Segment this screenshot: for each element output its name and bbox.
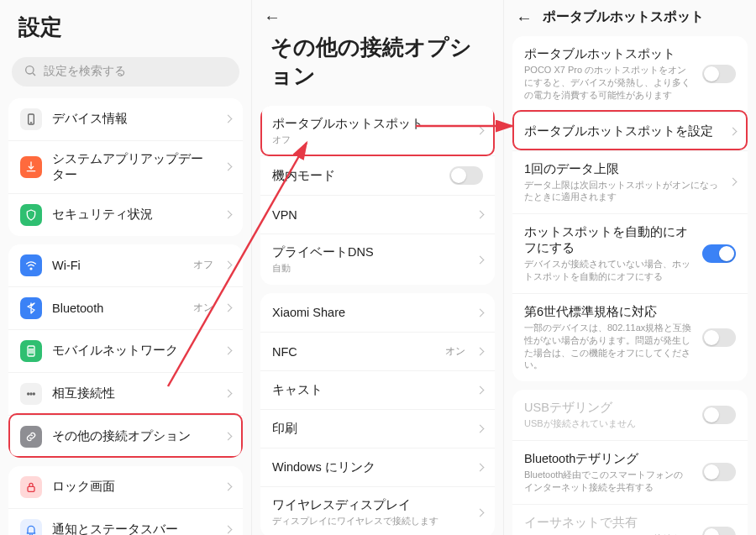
chevron-right-icon [476, 464, 485, 472]
row-label: システムアプリアップデーター [52, 151, 215, 183]
bluetooth-row[interactable]: Bluetoothオン [8, 286, 243, 329]
row-label: 1回のデータ上限 [524, 161, 720, 177]
row-subtitle: POCO X7 Pro のホットスポットをオンにすると、デバイスが発熱し、より多… [524, 64, 692, 102]
chevron-right-icon [224, 163, 233, 171]
row-label: 第6世代標準規格に対応 [524, 304, 692, 320]
chevron-right-icon [224, 304, 233, 312]
hotspot-row[interactable]: ポータブルホットスポットオフ [260, 106, 495, 156]
sim-icon [20, 340, 42, 362]
chevron-right-icon [224, 347, 233, 355]
search-input[interactable]: 設定を検索する [12, 57, 239, 87]
search-icon [24, 64, 37, 80]
mobile-net-row[interactable]: モバイルネットワーク [8, 329, 243, 372]
row-label: VPN [272, 208, 467, 222]
row-label: ロック画面 [52, 479, 215, 495]
row-label: 相互接続性 [52, 386, 215, 401]
app-updater-row[interactable]: システムアプリアップデーター [8, 140, 243, 193]
wifi-row[interactable]: Wi-Fiオフ [8, 244, 243, 286]
chevron-right-icon [224, 526, 233, 534]
row-label: セキュリティ状況 [52, 207, 215, 223]
chevron-right-icon [476, 308, 485, 317]
hotspot-toggle-row[interactable]: ポータブルホットスポットPOCO X7 Pro のホットスポットをオンにすると、… [512, 36, 748, 112]
hotspot-toggle-toggle[interactable] [702, 65, 736, 83]
row-subtitle: ディスプレイにワイヤレスで接続します [272, 515, 467, 527]
security-row[interactable]: セキュリティ状況 [8, 193, 243, 236]
auto-off-toggle[interactable] [702, 244, 736, 263]
chevron-right-icon [476, 127, 485, 135]
phone-icon [20, 108, 42, 130]
private-dns-row[interactable]: プライベートDNS自動 [260, 233, 495, 285]
chevron-right-icon [476, 348, 485, 356]
bt-tether-row[interactable]: BluetoothテザリングBluetooth経由でこのスマートフォンのインター… [512, 440, 748, 504]
back-button[interactable]: ← [516, 9, 533, 26]
pane-settings: 設定 設定を検索する デバイス情報システムアプリアップデーターセキュリティ状況 … [0, 0, 252, 535]
row-label: Windows にリンク [272, 459, 467, 475]
vpn-row[interactable]: VPN [260, 195, 495, 233]
nfc-row[interactable]: NFCオン [260, 332, 495, 370]
chevron-right-icon [476, 508, 485, 517]
page-title: その他の接続オプション [252, 30, 503, 101]
row-label: 通知とステータスバー [52, 522, 215, 535]
svg-point-9 [28, 393, 29, 395]
row-label: キャスト [272, 382, 467, 398]
chevron-right-icon [224, 211, 233, 219]
usb-tether-toggle [702, 406, 736, 424]
wifi-icon [20, 254, 42, 276]
cast-row[interactable]: キャスト [260, 370, 495, 409]
pane-more-connections: ← その他の接続オプション ポータブルホットスポットオフ機内モードVPNプライベ… [252, 0, 504, 535]
more-connect-row[interactable]: その他の接続オプション [8, 415, 243, 458]
svg-point-10 [30, 393, 32, 395]
chevron-right-icon [729, 178, 738, 186]
row-label: デバイス情報 [52, 111, 215, 127]
auto-off-row[interactable]: ホットスポットを自動的にオフにするデバイスが接続されていない場合、ホットスポット… [512, 213, 748, 293]
row-subtitle: Bluetooth経由でこのスマートフォンのインターネット接続を共有する [524, 469, 692, 494]
airplane-row[interactable]: 機内モード [260, 155, 495, 195]
row-value: オン [193, 301, 213, 315]
page-title: 設定 [0, 0, 251, 52]
interconnect-row[interactable]: 相互接続性 [8, 372, 243, 415]
row-label: 印刷 [272, 421, 467, 437]
search-placeholder: 設定を検索する [44, 64, 126, 79]
row-subtitle: USBが接続されていません [524, 417, 692, 430]
pane-portable-hotspot: ← ポータブルホットスポット ポータブルホットスポットPOCO X7 Pro の… [504, 0, 756, 535]
row-subtitle: データ上限は次回ホットスポットがオンになったときに適用されます [524, 179, 720, 204]
svg-point-11 [33, 393, 34, 395]
back-button[interactable]: ← [264, 8, 281, 25]
lock-icon [20, 476, 42, 498]
row-label: ポータブルホットスポット [524, 46, 692, 62]
row-label: ワイヤレスディスプレイ [272, 497, 467, 513]
print-row[interactable]: 印刷 [260, 409, 495, 448]
svg-point-4 [30, 268, 32, 270]
row-label: その他の接続オプション [52, 428, 215, 444]
row-label: Bluetooth [52, 302, 183, 315]
hotspot-config-row[interactable]: ポータブルホットスポットを設定 [512, 112, 748, 150]
row-subtitle: オフ [272, 134, 467, 146]
wifi6-row[interactable]: 第6世代標準規格に対応一部のデバイスは、802.11ax規格と互換性がない場合が… [512, 293, 748, 381]
row-subtitle: 自動 [272, 262, 467, 275]
row-label: ポータブルホットスポットを設定 [524, 123, 720, 139]
download-icon [20, 156, 42, 178]
notif-status-row[interactable]: 通知とステータスバー [8, 508, 243, 535]
svg-rect-12 [28, 486, 34, 491]
row-label: USBテザリング [524, 400, 692, 416]
wireless-display-row[interactable]: ワイヤレスディスプレイディスプレイにワイヤレスで接続します [260, 486, 495, 535]
device-info-row[interactable]: デバイス情報 [8, 98, 243, 140]
usb-tether-row: USBテザリングUSBが接続されていません [512, 390, 748, 440]
chevron-right-icon [224, 390, 233, 398]
xiaomi-share-row[interactable]: Xiaomi Share [260, 293, 495, 332]
row-label: ポータブルホットスポット [272, 116, 467, 132]
row-value: オン [445, 344, 465, 359]
wifi6-toggle[interactable] [702, 328, 736, 347]
svg-line-1 [33, 73, 35, 76]
windows-link-row[interactable]: Windows にリンク [260, 448, 495, 486]
row-subtitle: デバイスが接続されていない場合、ホットスポットを自動的にオフにする [524, 258, 692, 283]
page-title: ポータブルホットスポット [543, 8, 704, 26]
lock-screen-row[interactable]: ロック画面 [8, 466, 243, 508]
chevron-right-icon [224, 261, 233, 270]
row-label: Wi-Fi [52, 259, 183, 272]
one-time-limit-row[interactable]: 1回のデータ上限データ上限は次回ホットスポットがオンになったときに適用されます [512, 150, 748, 214]
chevron-right-icon [224, 483, 233, 491]
bt-tether-toggle[interactable] [702, 463, 736, 481]
row-label: プライベートDNS [272, 244, 467, 260]
airplane-toggle[interactable] [449, 166, 483, 185]
